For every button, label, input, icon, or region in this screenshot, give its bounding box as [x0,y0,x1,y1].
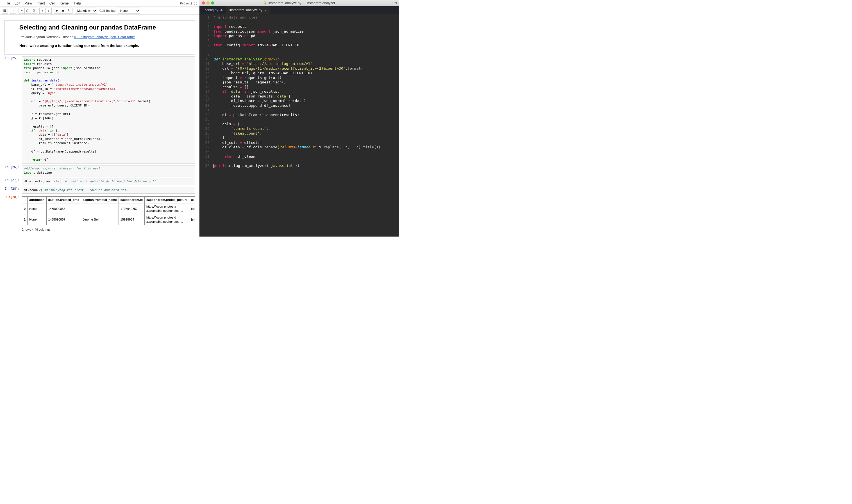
window-title: instagram_analyze.py — instagram-analyze… [269,1,335,5]
run-button[interactable]: ▶ [54,7,60,14]
code-cell-28[interactable]: In [28]: df.head(2) #displaying the firs… [4,187,195,194]
move-down-button[interactable]: ↓ [46,7,52,14]
minimize-window-icon[interactable] [206,1,210,4]
prompt-in-26: In [26]: [4,165,22,176]
restart-button[interactable]: ↻ [66,7,72,14]
table-header: caption.from.profile_picture [145,197,189,203]
menu-help[interactable]: Help [72,1,83,6]
tab-instagram-analyze-py[interactable]: instagram_analyze.py × [226,6,270,14]
paste-button[interactable] [31,7,37,14]
tab-label: instagram_analyze.py [230,8,262,12]
code-editor-pane: 🐍 instagram_analyze.py — instagram-analy… [199,0,399,237]
code-body-27[interactable]: df = instagram_data() # creating a varia… [22,178,195,185]
cell-toolbar-label: Cell Toolbar: [99,9,116,12]
prompt-in-28: In [28]: [4,187,22,194]
add-cell-button[interactable]: + [10,7,16,14]
table-cell: 0 [22,203,28,214]
table-cell: Jerome Bell [81,214,119,225]
code-body-26[interactable]: #Addional imports necessary for this par… [22,165,195,176]
menu-file[interactable]: File [2,1,12,6]
page-title: Selecting and Cleaning our pandas DataFr… [19,24,189,31]
dataframe-table: attributioncaption.created_timecaption.f… [22,196,195,225]
menu-view[interactable]: View [22,1,34,6]
cell-type-select[interactable]: Markdown [75,7,97,14]
editor-tabbar: _config.py instagram_analyze.py × [199,6,399,14]
maximize-window-icon[interactable] [211,1,214,4]
cell-toolbar-select[interactable]: None [118,7,140,14]
paragraph-1: Selecting the columns we want to work wi… [22,236,195,237]
table-cell: https://igcdn-photos-d-a.akamaihd.net/hp… [145,214,189,225]
table-cell: https://igcdn-photos-a-a.akamaihd.net/hp… [145,203,189,214]
prompt-in-27: In [27]: [4,178,22,185]
save-button[interactable] [2,7,8,14]
window-titlebar: 🐍 instagram_analyze.py — instagram-analy… [199,0,399,6]
table-cell: 1435090858 [46,203,81,214]
menu-edit[interactable]: Edit [12,1,22,6]
table-header: caption.created_time [46,197,81,203]
table-cell: fashiontrendsavvy [189,203,195,214]
table-header: caption.from.id [119,197,144,203]
table-row: 1None1435090857Jerome Bell15918964https:… [22,214,195,225]
table-cell: jeromebellsings [189,214,195,225]
python-file-icon: 🐍 [264,1,268,5]
notebook-scroll[interactable]: Selecting and Cleaning our pandas DataFr… [0,15,199,237]
menu-cell[interactable]: Cell [47,1,58,6]
table-cell: 1798949857 [119,203,144,214]
kernel-name: Python 2 [180,2,192,5]
tab-label: _config.py [203,8,218,12]
table-cell: None [28,203,46,214]
close-window-icon[interactable] [202,1,205,4]
table-header: attribution [28,197,46,203]
prompt-out-28: Out[28]: [4,195,22,237]
dataframe-footer: 2 rows × 46 columns [22,228,195,232]
cut-button[interactable]: ✂ [19,7,25,14]
prev-tutorial-link[interactable]: 01_instagram_analyze_json_DataFrame [74,35,135,39]
jupyter-notebook-pane: File Edit View Insert Cell Kernel Help P… [0,0,199,237]
table-header: caption.from.username [189,197,195,203]
prompt-in-25: In [25]: [4,56,22,163]
table-header [22,197,28,203]
table-cell: 15918964 [119,214,144,225]
table-header: caption.from.full_name [81,197,119,203]
menu-insert[interactable]: Insert [34,1,47,6]
prev-tutorial-text: Previous IPython Notebook Tutorial: 01_i… [19,35,189,39]
table-cell: None [28,214,46,225]
copy-button[interactable] [25,7,31,14]
table-cell: 1435090857 [46,214,81,225]
editor-body[interactable]: 1234567891011121314151617181920212223242… [199,14,399,237]
output-cell-28: Out[28]: attributioncaption.created_time… [4,195,195,237]
line-gutter: 1234567891011121314151617181920212223242… [199,14,212,237]
code-body-28[interactable]: df.head(2) #displaying the first 2 rows … [22,187,195,194]
unsaved-dot-icon [220,9,222,11]
markdown-cell-title[interactable]: Selecting and Cleaning our pandas DataFr… [4,20,195,55]
table-row: 0None14350908581798949857https://igcdn-p… [22,203,195,214]
code-cell-26[interactable]: In [26]: #Addional imports necessary for… [4,165,195,176]
code-area[interactable]: # grab data and clean import requests fr… [212,14,399,237]
table-cell: 1 [22,214,28,225]
output-body-28: attributioncaption.created_timecaption.f… [22,195,195,237]
code-body-25[interactable]: import requests import requests from pan… [22,56,195,163]
notebook-subheading: Here, we're creating a function using ou… [19,43,189,48]
code-cell-25[interactable]: In [25]: import requests import requests… [4,56,195,163]
menubar: File Edit View Insert Cell Kernel Help P… [0,0,199,7]
code-cell-27[interactable]: In [27]: df = instagram_data() # creatin… [4,178,195,185]
close-tab-icon[interactable]: × [264,8,267,12]
table-cell [81,203,119,214]
move-up-button[interactable]: ↑ [39,7,46,14]
kernel-indicator-icon [194,2,197,5]
interrupt-button[interactable]: ■ [60,7,66,14]
tab-config-py[interactable]: _config.py [199,6,226,14]
toolbar: + ✂ ↑ ↓ ▶ ■ ↻ Markdown Cell Toolbar: Non… [0,7,199,15]
window-title-right: UN [393,1,397,5]
menu-kernel[interactable]: Kernel [58,1,72,6]
